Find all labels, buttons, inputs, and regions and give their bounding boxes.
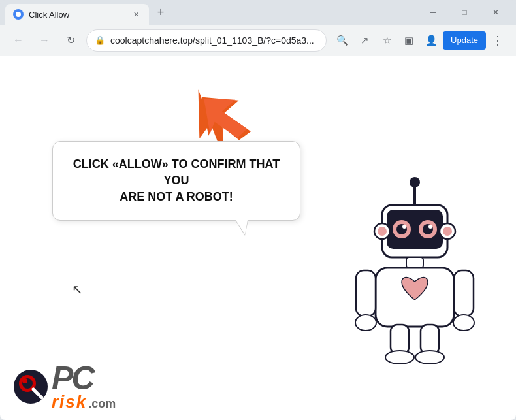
orange-arrow-container [202,89,261,150]
update-button[interactable]: Update [443,31,486,50]
arrow-icon [202,89,261,148]
mouse-cursor: ↖ [72,282,83,297]
svg-point-17 [355,315,376,331]
forward-button[interactable]: → [34,30,55,51]
svg-point-4 [410,177,420,187]
pcrisk-icon [13,369,49,405]
svg-point-25 [378,227,387,236]
svg-rect-20 [421,325,439,354]
pcrisk-logo: PC risk .com [13,362,116,412]
svg-point-21 [385,351,414,364]
svg-rect-16 [454,270,474,316]
refresh-button[interactable]: ↻ [60,30,81,51]
svg-rect-15 [356,270,376,316]
com-text: .com [88,397,116,411]
window-controls: ─ □ ✕ [418,2,511,23]
address-text: coolcaptchahere.top/split_01_1103_B/?c=0… [110,35,318,46]
svg-point-11 [402,225,406,229]
lock-icon: 🔒 [95,35,105,45]
chrome-window: Click Allow ✕ + ─ □ ✕ ← → ↻ 🔒 coolcaptch… [0,0,516,420]
svg-point-18 [453,315,474,331]
svg-rect-13 [406,257,423,268]
svg-rect-19 [391,325,409,354]
svg-point-30 [22,378,27,383]
maximize-button[interactable]: □ [449,2,479,23]
svg-point-12 [428,225,432,229]
pc-text: PC [52,362,93,395]
pcrisk-text: PC risk .com [52,362,116,412]
active-tab[interactable]: Click Allow ✕ [5,4,149,25]
bubble-text: CLICK «ALLOW» TO CONFIRM THAT YOU ARE NO… [71,156,282,206]
sidebar-icon[interactable]: ▣ [398,30,419,51]
web-content: CLICK «ALLOW» TO CONFIRM THAT YOU ARE NO… [0,56,516,420]
search-icon[interactable]: 🔍 [332,30,353,51]
back-button[interactable]: ← [8,30,29,51]
title-bar: Click Allow ✕ + ─ □ ✕ [0,0,516,25]
bookmark-icon[interactable]: ☆ [376,30,397,51]
svg-point-26 [443,227,452,236]
tab-favicon-icon [13,9,24,20]
tab-title: Click Allow [29,10,125,20]
svg-point-22 [415,351,444,364]
close-button[interactable]: ✕ [481,2,511,23]
tab-strip: Click Allow ✕ + [5,0,415,25]
minimize-button[interactable]: ─ [418,2,448,23]
risk-text: risk [52,392,87,412]
toolbar-actions: 🔍 ↗ ☆ ▣ 👤 Update ⋮ [332,30,508,51]
robot-illustration [353,176,477,368]
menu-button[interactable]: ⋮ [487,30,508,51]
address-bar[interactable]: 🔒 coolcaptchahere.top/split_01_1103_B/?c… [86,29,327,52]
robot-svg [353,176,477,365]
toolbar: ← → ↻ 🔒 coolcaptchahere.top/split_01_110… [0,25,516,56]
new-tab-button[interactable]: + [152,3,170,22]
tab-close-button[interactable]: ✕ [131,9,141,20]
profile-icon[interactable]: 👤 [421,30,442,51]
share-icon[interactable]: ↗ [354,30,375,51]
speech-bubble: CLICK «ALLOW» TO CONFIRM THAT YOU ARE NO… [52,141,300,221]
